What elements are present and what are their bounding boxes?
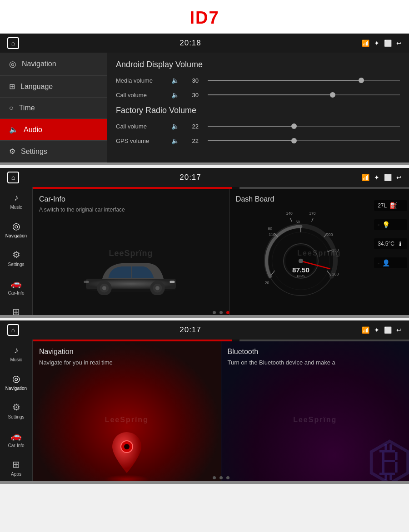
navigation-card-subtitle: Navigate for you in real time	[39, 359, 214, 367]
media-volume-label: Media volume	[116, 77, 166, 84]
home-icon-2[interactable]: ⌂	[7, 172, 19, 183]
speedometer-container: 20 50 80 110 140 170 200 230 260	[234, 198, 368, 309]
settings-icon-3: ⚙	[12, 402, 20, 413]
svg-text:80: 80	[268, 227, 273, 231]
page-title: ID7	[190, 8, 219, 27]
media-volume-slider[interactable]	[208, 80, 400, 81]
svg-rect-8	[170, 281, 175, 283]
map-pin-container	[109, 430, 145, 477]
screen-1-body: ‹ ◎ Navigation ⊞ Language ○ Time 🔈 Audio…	[0, 53, 409, 165]
dots-row-2	[33, 311, 409, 314]
carinfo-card-subtitle: A switch to the original car interface	[39, 206, 223, 214]
temp-icon: 🌡	[397, 240, 404, 247]
sidebar-item-settings[interactable]: ⚙ Settings	[0, 141, 107, 163]
status-bar-3: ⌂ 20:17 📶 ✦ ⬜ ↩	[0, 320, 409, 340]
fuel-value: 27L	[378, 202, 387, 209]
svg-rect-9	[84, 281, 89, 283]
nav-icon-3: ◎	[12, 373, 20, 384]
nav-label: Navigation	[22, 60, 56, 68]
audio-label: Audio	[24, 126, 42, 134]
map-pin-svg	[109, 430, 145, 475]
sidebar-item-time[interactable]: ○ Time	[0, 98, 107, 119]
dot-3-3	[226, 476, 229, 479]
svg-line-17	[312, 218, 313, 222]
sidebar-item-music-3[interactable]: ♪ Music	[0, 340, 32, 368]
car-icon-2: 🚗	[10, 278, 22, 289]
location-icon: ◎	[9, 59, 16, 69]
status-icons-1: 📶 ✦ ⬜ ↩	[362, 39, 402, 47]
call-volume-value-b: 22	[186, 123, 199, 130]
bottom-red-bar	[33, 482, 165, 484]
back-icon[interactable]: ↩	[396, 39, 402, 47]
sidebar-item-carinfo-3[interactable]: 🚗 Car-Info	[0, 425, 32, 453]
language-icon: ⊞	[9, 82, 15, 91]
sidebar-item-navigation-3[interactable]: ◎ Navigation	[0, 368, 32, 396]
call-volume-slider-b[interactable]	[208, 126, 400, 127]
gps-volume-slider[interactable]	[208, 140, 400, 141]
apps-icon-3: ⊞	[12, 459, 20, 470]
apps-icon-2: ⊞	[12, 306, 20, 317]
settings-icon: ⚙	[9, 147, 15, 156]
temp-indicator: 34.5°C 🌡	[374, 238, 407, 249]
cards-container-2: Car-Info A switch to the original car in…	[33, 189, 409, 318]
call-volume-slider-a[interactable]	[208, 94, 400, 95]
window-icon: ⬜	[384, 39, 392, 47]
bluetooth-card[interactable]: Bluetooth Turn on the Bluetooth device a…	[221, 341, 409, 484]
call-volume-label-b: Call volume	[116, 123, 166, 130]
back-icon-2[interactable]: ↩	[396, 174, 402, 181]
status-icons-3: 📶 ✦ ⬜ ↩	[362, 326, 402, 334]
svg-line-16	[290, 218, 292, 222]
sidebar-item-navigation[interactable]: ◎ Navigation	[0, 53, 107, 76]
sidebar-item-carinfo-2[interactable]: 🚗 Car-Info	[0, 272, 32, 301]
svg-text:km/h: km/h	[297, 274, 305, 278]
sidebar-item-apps-2[interactable]: ⊞ Apps	[0, 301, 32, 318]
fuel-indicator: 27L ⛽	[374, 200, 407, 211]
carinfo-label-2: Car-Info	[8, 291, 24, 296]
lang-label: Language	[20, 83, 53, 91]
light-value: -	[378, 222, 379, 228]
music-label-3: Music	[10, 357, 22, 362]
sidebar-item-audio[interactable]: 🔈 Audio	[0, 119, 107, 141]
sidebar-item-apps-3[interactable]: ⊞ Apps	[0, 453, 32, 482]
clock-2: 20:17	[180, 173, 201, 182]
main-content-1: Android Display Volume Media volume 🔈 30…	[107, 53, 409, 165]
svg-line-12	[271, 271, 274, 276]
call-volume-icon-b: 🔈	[171, 123, 180, 130]
music-icon-3: ♪	[14, 345, 19, 355]
navigation-card[interactable]: Navigation Navigate for you in real time	[33, 341, 221, 484]
sidebar-3: ♪ Music ◎ Navigation ⚙ Settings 🚗 Car-In…	[0, 340, 33, 484]
time-label: Time	[19, 104, 35, 112]
wifi-icon-3: 📶	[362, 326, 369, 334]
gps-volume-label: GPS volume	[116, 138, 166, 144]
person-icon: 👤	[382, 259, 390, 266]
svg-point-4	[102, 286, 106, 290]
svg-point-37	[124, 444, 130, 449]
svg-point-33	[299, 259, 303, 263]
bluetooth-card-title: Bluetooth	[228, 348, 403, 356]
carinfo-card[interactable]: Car-Info A switch to the original car in…	[33, 189, 229, 318]
gps-volume-row: GPS volume 🔈 22	[116, 137, 400, 144]
sidebar-2: ♪ Music ◎ Navigation ⚙ Settings 🚗 Car-In…	[0, 187, 33, 318]
status-icons-2: 📶 ✦ ⬜ ↩	[362, 174, 402, 181]
home-icon[interactable]: ⌂	[7, 37, 19, 49]
light-icon: 💡	[382, 221, 390, 228]
dashboard-card[interactable]: Dash Board	[229, 189, 409, 318]
sidebar-1: ‹ ◎ Navigation ⊞ Language ○ Time 🔈 Audio…	[0, 53, 107, 165]
sidebar-item-settings-2[interactable]: ⚙ Settings	[0, 244, 32, 272]
svg-text:200: 200	[327, 232, 333, 237]
gps-volume-icon: 🔈	[171, 137, 180, 144]
indicators-right: 27L ⛽ - 💡 34.5°C 🌡 - �	[374, 200, 407, 268]
bluetooth-icon-2: ✦	[374, 174, 379, 181]
svg-line-20	[327, 271, 331, 276]
clock-1: 20:18	[180, 39, 201, 48]
back-icon-3[interactable]: ↩	[396, 326, 402, 334]
status-bar-1: ⌂ 20:18 📶 ✦ ⬜ ↩	[0, 34, 409, 53]
sidebar-item-music[interactable]: ♪ Music	[0, 187, 32, 215]
sidebar-item-settings-3[interactable]: ⚙ Settings	[0, 396, 32, 425]
sidebar-item-language[interactable]: ⊞ Language	[0, 76, 107, 98]
sidebar-item-navigation-2[interactable]: ◎ Navigation	[0, 215, 32, 244]
media-volume-value: 30	[186, 77, 199, 84]
screen-3: ⌂ 20:17 📶 ✦ ⬜ ↩ ♪ Music ◎ Navigation ⚙ S…	[0, 320, 409, 484]
home-icon-3[interactable]: ⌂	[7, 324, 19, 336]
dot-3-1	[213, 476, 216, 479]
